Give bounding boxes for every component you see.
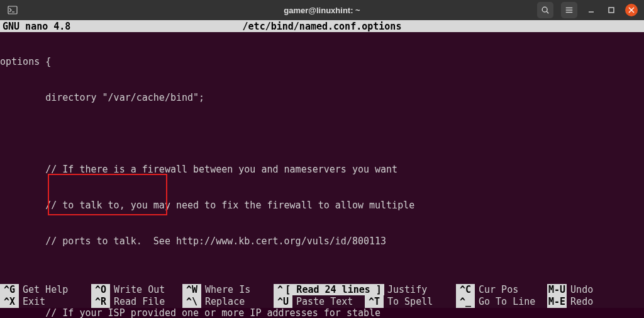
minimize-button[interactable] <box>585 4 597 16</box>
window-title: gamer@linuxhint: ~ <box>284 6 360 15</box>
menu-icon[interactable] <box>561 2 577 18</box>
code-line <box>0 128 644 140</box>
search-icon[interactable] <box>537 2 553 18</box>
status-line: [ Read 24 lines ] <box>0 272 644 284</box>
svg-point-2 <box>542 7 547 12</box>
editor-content[interactable]: options { directory "/var/cache/bind"; /… <box>0 32 644 284</box>
code-line: // If your ISP provided one or more IP a… <box>0 307 644 318</box>
code-line: directory "/var/cache/bind"; <box>0 92 644 104</box>
status-text: [ Read 24 lines ] <box>282 284 384 295</box>
code-line: // to talk to, you may need to fix the f… <box>0 200 644 212</box>
code-line: // If there is a firewall between you an… <box>0 164 644 176</box>
maximize-button[interactable] <box>605 4 618 16</box>
nano-version: GNU nano 4.8 <box>3 21 70 32</box>
svg-rect-8 <box>609 8 614 13</box>
svg-rect-0 <box>8 6 17 14</box>
code-line: options { <box>0 56 644 68</box>
nano-header: GNU nano 4.8 /etc/bind/named.conf.option… <box>0 20 644 32</box>
code-line: // ports to talk. See http://www.kb.cert… <box>0 236 644 247</box>
nano-filepath: /etc/bind/named.conf.options <box>243 21 402 32</box>
svg-line-3 <box>547 11 548 13</box>
terminal-icon <box>6 4 19 16</box>
titlebar: gamer@linuxhint: ~ <box>0 0 644 20</box>
close-button[interactable] <box>625 4 638 16</box>
titlebar-controls <box>537 2 638 18</box>
